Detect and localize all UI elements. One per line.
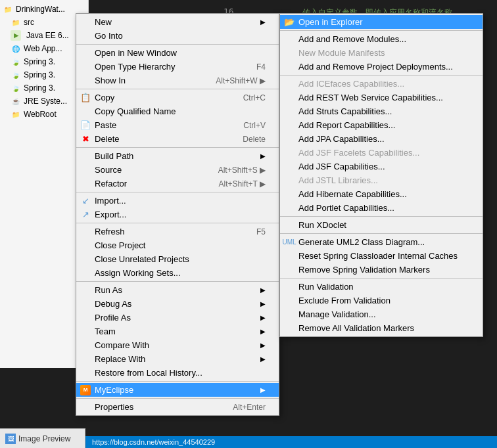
menu-label: Restore from Local History... [95,368,202,378]
submenu-item-run-xdoclet[interactable]: Run XDoclet [280,218,483,232]
menu-item-replace-with[interactable]: Replace With ▶ [76,352,279,366]
web-icon: 🌐 [11,43,21,54]
menu-item-build-path[interactable]: Build Path ▶ [76,149,279,163]
menu-separator [76,44,279,45]
submenu-item-jsf[interactable]: Add JSF Capabilities... [280,160,483,173]
submenu-label: Exclude From Validation [298,296,390,305]
submenu-item-report[interactable]: Add Report Capabilities... [280,118,483,132]
uml-icon: UML [284,237,295,248]
menu-item-copy-qualified[interactable]: Copy Qualified Name [76,104,279,118]
menu-label: Team [95,326,116,336]
tree-item-spring2[interactable]: 🍃 Spring 3. [0,68,88,81]
menu-separator [76,398,279,399]
menu-item-myeclipse[interactable]: M MyEclipse ▶ [76,383,279,397]
menu-separator [280,75,483,76]
menu-item-delete[interactable]: ✖ Delete Delete [76,132,279,146]
menu-item-restore-local[interactable]: Restore from Local History... [76,366,279,380]
tree-item-src[interactable]: 📁 src [0,16,88,29]
submenu-label: Remove All Validation Markers [298,323,414,333]
menu-item-run-as[interactable]: Run As ▶ [76,283,279,297]
tree-item-spring3[interactable]: 🍃 Spring 3. [0,81,88,95]
menu-separator [280,233,483,234]
menu-item-assign-sets[interactable]: Assign Working Sets... [76,266,279,280]
submenu-item-manage-validation[interactable]: Manage Validation... [280,307,483,321]
submenu-item-rest[interactable]: Add REST Web Service Capabilities... [280,91,483,104]
tree-item-webroot[interactable]: 📁 WebRoot [0,108,88,121]
menu-item-open-new-window[interactable]: Open in New Window [76,46,279,60]
menu-label: Copy Qualified Name [95,106,176,116]
tree-label: Web App... [24,44,62,53]
submenu-item-struts[interactable]: Add Struts Capabilities... [280,104,483,118]
explorer-icon: 📂 [284,17,295,28]
menu-item-show-in[interactable]: Show In Alt+Shift+W ▶ [76,74,279,87]
tree-item-javaee[interactable]: ▶ Java EE 6... [0,29,88,42]
copy-icon: 📋 [80,93,91,103]
shortcut-label: Alt+Shift+S ▶ [205,166,266,175]
submenu-item-hibernate[interactable]: Add Hibernate Capabilities... [280,187,483,201]
menu-separator [76,192,279,192]
menu-label: Refactor [95,179,127,189]
submenu-item-add-remove-modules[interactable]: Add and Remove Modules... [280,32,483,46]
menu-label: Go Into [95,31,123,41]
submenu-label: Manage Validation... [298,309,376,319]
menu-separator [76,89,279,89]
tree-item-root[interactable]: 📁 DrinkingWat... [0,3,88,16]
menu-separator [76,381,279,382]
submenu-label: Add REST Web Service Capabilities... [298,93,443,102]
shortcut-label: Ctrl+V [230,121,266,130]
menu-item-new[interactable]: New ▶ [76,15,279,29]
submenu-item-exclude-validation[interactable]: Exclude From Validation [280,294,483,307]
menu-item-source[interactable]: Source Alt+Shift+S ▶ [76,163,279,177]
menu-label: Properties [95,402,133,412]
menu-item-open-type-hierarchy[interactable]: Open Type Hierarchy F4 [76,60,279,74]
tree-item-webapp[interactable]: 🌐 Web App... [0,42,88,55]
menu-label: Delete [95,134,120,144]
menu-item-refactor[interactable]: Refactor Alt+Shift+T ▶ [76,177,279,190]
folder-icon: 📁 [11,109,21,120]
menu-label: Copy [95,93,114,102]
submenu-label: Run XDoclet [298,220,346,230]
tree-label: Spring 3. [24,83,55,93]
menu-item-profile-as[interactable]: Profile As ▶ [76,311,279,325]
menu-item-paste[interactable]: 📄 Paste Ctrl+V [76,118,279,132]
folder-icon: 📁 [3,4,13,14]
submenu-item-open-explorer[interactable]: 📂 Open in Explorer [280,15,483,29]
menu-label: Build Path [95,151,133,161]
menu-item-team[interactable]: Team ▶ [76,325,279,338]
delete-icon: ✖ [80,134,91,145]
menu-label: Profile As [95,313,131,323]
menu-item-import[interactable]: ↙ Import... [76,194,279,208]
menu-label: Run As [95,285,122,295]
menu-item-close-unrelated[interactable]: Close Unrelated Projects [76,252,279,266]
shortcut-label: F4 [243,62,266,72]
tree-item-spring1[interactable]: 🍃 Spring 3. [0,55,88,68]
menu-item-close-project[interactable]: Close Project [76,238,279,252]
submenu-item-run-validation[interactable]: Run Validation [280,280,483,294]
submenu-item-jpa[interactable]: Add JPA Capabilities... [280,132,483,146]
tree-label: Spring 3. [24,70,55,79]
submenu-item-remove-spring-markers[interactable]: Remove Spring Validation Markers [280,263,483,277]
menu-label: New [95,17,112,27]
submenu-item-reset-spring[interactable]: Reset Spring Classloader Internal Caches [280,249,483,263]
submenu-item-portlet[interactable]: Add Portlet Capabilities... [280,201,483,215]
menu-label: Assign Working Sets... [95,268,181,278]
tree-item-jre[interactable]: ☕ JRE Syste... [0,95,88,108]
menu-item-debug-as[interactable]: Debug As ▶ [76,297,279,311]
image-preview-tab-icon: 🖼 [5,434,16,444]
submenu-item-uml2[interactable]: UML Generate UML2 Class Diagram... [280,235,483,249]
submenu-item-remove-validation-markers[interactable]: Remove All Validation Markers [280,321,483,335]
tree-label: DrinkingWat... [16,5,65,14]
submenu-label: Add Report Capabilities... [298,120,395,130]
submenu-item-add-remove-deployments[interactable]: Add and Remove Project Deployments... [280,60,483,74]
shortcut-label: Alt+Shift+W ▶ [202,76,266,85]
menu-item-export[interactable]: ↗ Export... [76,208,279,221]
menu-item-refresh[interactable]: Refresh F5 [76,225,279,238]
arrow-icon: ▶ [254,286,266,294]
menu-item-properties[interactable]: Properties Alt+Enter [76,400,279,414]
menu-label: Close Project [95,240,145,250]
menu-item-copy[interactable]: 📋 Copy Ctrl+C [76,91,279,104]
menu-item-goto[interactable]: Go Into [76,29,279,43]
menu-item-compare-with[interactable]: Compare With ▶ [76,338,279,352]
image-preview-tab[interactable]: 🖼 Image Preview [0,428,85,448]
shortcut-label: Alt+Enter [220,403,266,412]
